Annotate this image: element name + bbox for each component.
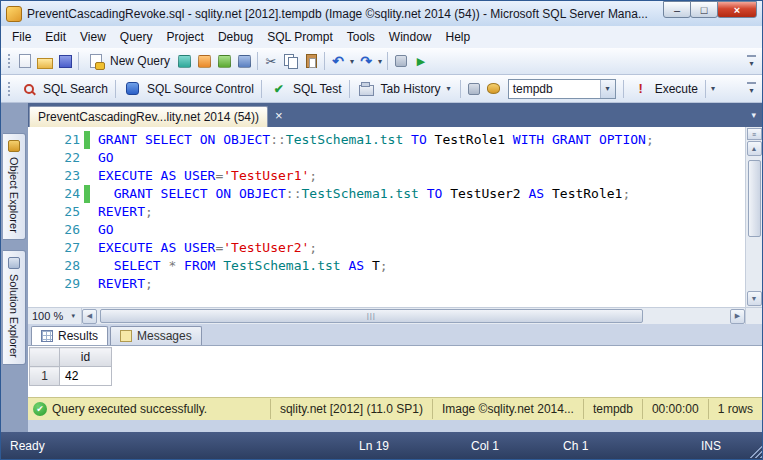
save-icon[interactable] [56, 52, 74, 70]
toolbar-grip[interactable] [7, 53, 12, 69]
code-line[interactable]: 28 SELECT * FROM TestSchema1.tst AS T; [28, 257, 745, 275]
sql-source-control-button[interactable]: SQL Source Control [119, 78, 258, 100]
tab-close-icon[interactable]: × [275, 105, 283, 126]
database-combobox[interactable]: tempdb ▾ [508, 79, 616, 99]
menu-view[interactable]: View [73, 27, 113, 47]
maximize-icon[interactable]: □ [690, 1, 718, 18]
minimize-icon[interactable]: – [663, 1, 691, 18]
execute-options-dropdown-icon[interactable]: ▾ [711, 84, 715, 93]
splitter-handle[interactable]: ≡ [747, 128, 762, 140]
sql-search-label: SQL Search [43, 82, 108, 96]
toolbar-overflow-icon[interactable]: ▾ [744, 82, 759, 95]
toolbar-separator [349, 80, 350, 98]
new-file-icon[interactable] [16, 52, 34, 70]
ssms-window: PreventCascadingRevoke.sql - sqlity.net … [0, 0, 763, 460]
menu-help[interactable]: Help [439, 27, 478, 47]
tab-messages-label: Messages [137, 329, 192, 343]
menu-window[interactable]: Window [382, 27, 439, 47]
code-line[interactable]: 27EXECUTE AS USER='TestUser2'; [28, 239, 745, 257]
toolbar-overflow-icon[interactable]: ▾ [744, 55, 759, 68]
dmx-query-icon[interactable] [215, 52, 233, 70]
document-list-dropdown-icon[interactable]: ▾ [751, 110, 756, 120]
resize-grip[interactable] [749, 445, 762, 458]
menu-sql-prompt[interactable]: SQL Prompt [260, 27, 340, 47]
code-line[interactable]: 25REVERT; [28, 203, 745, 221]
menu-file[interactable]: File [5, 27, 38, 47]
tab-history-button[interactable]: Tab History ▾ [353, 78, 457, 100]
title-bar[interactable]: PreventCascadingRevoke.sql - sqlity.net … [1, 1, 762, 26]
vertical-scroll-track[interactable] [747, 157, 762, 290]
zoom-value: 100 % [32, 310, 63, 322]
code-line[interactable]: 21GRANT SELECT ON OBJECT::TestSchema1.ts… [28, 131, 745, 149]
code-lines[interactable]: 21GRANT SELECT ON OBJECT::TestSchema1.ts… [28, 127, 745, 307]
status-state: Ready [10, 439, 45, 453]
scroll-up-icon[interactable]: ▲ [747, 141, 762, 156]
code-line[interactable]: 26GO [28, 221, 745, 239]
zoom-selector[interactable]: 100 % ▾ [28, 308, 82, 324]
database-engine-query-icon[interactable] [175, 52, 193, 70]
vertical-scroll-thumb[interactable] [748, 160, 761, 237]
menu-tools[interactable]: Tools [340, 27, 382, 47]
results-pane: id 1 42 [28, 345, 762, 397]
undo-dropdown-icon[interactable]: ▾ [350, 57, 354, 66]
change-connection-icon[interactable] [392, 52, 410, 70]
horizontal-scroll-row: 100 % ▾ ◀ ||| ▶ [28, 307, 762, 324]
tab-messages[interactable]: Messages [110, 326, 202, 345]
code-line[interactable]: 23EXECUTE AS USER='TestUser1'; [28, 167, 745, 185]
xmla-query-icon[interactable] [235, 52, 253, 70]
code-line[interactable]: 29REVERT; [28, 275, 745, 293]
sql-search-icon [20, 80, 38, 98]
code-text: REVERT; [90, 275, 153, 293]
status-elapsed-time: 00:00:00 [642, 399, 708, 419]
line-number: 26 [28, 221, 80, 239]
sql-test-button[interactable]: ✔ SQL Test [265, 78, 346, 100]
redo-dropdown-icon[interactable]: ▾ [378, 57, 382, 66]
debug-play-icon[interactable]: ▶ [412, 52, 430, 70]
grid-row-header[interactable]: 1 [30, 367, 60, 386]
scroll-down-icon[interactable]: ▼ [747, 291, 762, 306]
menu-query[interactable]: Query [113, 27, 160, 47]
execute-button[interactable]: ! Execute [627, 78, 702, 100]
code-line[interactable]: 24 GRANT SELECT ON OBJECT::TestSchema1.t… [28, 185, 745, 203]
database-combobox-arrow-icon[interactable]: ▾ [600, 80, 615, 98]
menu-debug[interactable]: Debug [211, 27, 260, 47]
redo-icon[interactable]: ↷ [357, 52, 375, 70]
grid-column-header[interactable]: id [60, 348, 112, 367]
menu-project[interactable]: Project [160, 27, 211, 47]
document-tab[interactable]: PreventCascadingRev...lity.net 2014 (54)… [29, 106, 268, 127]
code-editor: 21GRANT SELECT ON OBJECT::TestSchema1.ts… [28, 127, 762, 307]
mdx-query-icon[interactable] [195, 52, 213, 70]
toolbar-grip[interactable] [7, 81, 12, 97]
new-query-button[interactable]: New Query [82, 50, 174, 72]
code-text: REVERT; [90, 203, 153, 221]
code-text: GO [90, 221, 114, 239]
open-file-icon[interactable] [36, 52, 54, 70]
scroll-right-icon[interactable]: ▶ [730, 309, 745, 324]
copy-icon[interactable] [282, 52, 300, 70]
sql-search-button[interactable]: SQL Search [15, 78, 112, 100]
scroll-left-icon[interactable]: ◀ [82, 309, 97, 324]
close-icon[interactable]: × [717, 1, 757, 18]
code-line[interactable]: 22GO [28, 149, 745, 167]
paste-icon[interactable] [302, 52, 320, 70]
sidebar-tab-object-explorer[interactable]: Object Explorer [3, 133, 26, 240]
cut-icon[interactable]: ✂ [262, 52, 280, 70]
scrollbar-corner [745, 308, 762, 324]
success-check-icon: ✔ [33, 402, 47, 416]
horizontal-scroll-track[interactable]: ||| [98, 309, 729, 324]
change-connection-icon[interactable] [465, 80, 483, 98]
toolbar-separator [257, 52, 258, 70]
grid-corner-cell[interactable] [30, 348, 60, 367]
horizontal-scroll-thumb[interactable]: ||| [100, 309, 643, 323]
vertical-scrollbar[interactable]: ≡ ▲ ▼ [745, 127, 762, 307]
tab-results[interactable]: Results [31, 326, 108, 345]
line-number: 29 [28, 275, 80, 293]
available-databases-icon[interactable] [485, 80, 503, 98]
grid-cell[interactable]: 42 [60, 367, 112, 386]
undo-icon[interactable]: ↶ [329, 52, 347, 70]
sql-test-icon: ✔ [270, 80, 288, 98]
tab-history-dropdown-icon: ▾ [447, 84, 451, 93]
sidebar-tab-solution-explorer[interactable]: Solution Explorer [3, 250, 26, 365]
code-text: EXECUTE AS USER='TestUser1'; [90, 167, 317, 185]
menu-edit[interactable]: Edit [38, 27, 73, 47]
